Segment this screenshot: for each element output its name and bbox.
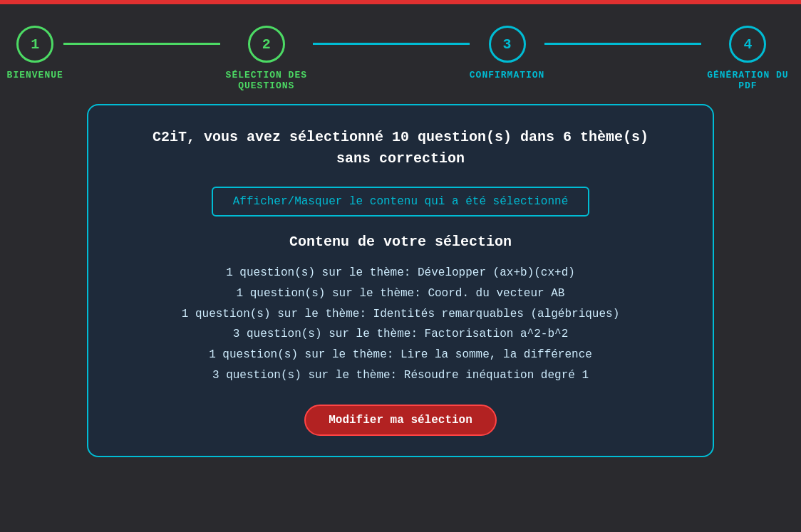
- step-1-circle: 1: [16, 26, 53, 63]
- card-title: C2iT, vous avez sélectionné 10 question(…: [117, 127, 684, 169]
- toggle-content-button[interactable]: Afficher/Masquer le contenu qui a été sé…: [212, 187, 589, 217]
- step-2-label: SÉLECTION DES QUESTIONS: [220, 70, 313, 91]
- list-item: 1 question(s) sur le thème: Développer (…: [117, 263, 684, 283]
- step-3-label: CONFIRMATION: [470, 70, 545, 80]
- list-item: 3 question(s) sur le thème: Résoudre iné…: [117, 365, 684, 386]
- step-1-label: BIENVENUE: [7, 70, 63, 80]
- list-item: 1 question(s) sur le thème: Lire la somm…: [117, 345, 684, 365]
- step-1: 1 BIENVENUE: [7, 26, 63, 80]
- confirmation-card: C2iT, vous avez sélectionné 10 question(…: [87, 104, 714, 457]
- content-heading: Contenu de votre sélection: [117, 234, 684, 250]
- step-2: 2 SÉLECTION DES QUESTIONS: [220, 26, 313, 91]
- card-title-line1: C2iT, vous avez sélectionné 10 question(…: [153, 129, 648, 145]
- step-2-circle: 2: [248, 26, 285, 63]
- step-4-label: GÉNÉRATION DU PDF: [701, 70, 794, 91]
- stepper: 1 BIENVENUE 2 SÉLECTION DES QUESTIONS 3 …: [0, 0, 801, 91]
- step-3-number: 3: [503, 36, 512, 53]
- connector-2: [313, 43, 470, 45]
- step-2-number: 2: [262, 36, 271, 53]
- step-3-circle: 3: [489, 26, 526, 63]
- connector-3: [544, 43, 701, 45]
- list-item: 3 question(s) sur le thème: Factorisatio…: [117, 324, 684, 345]
- card-title-line2: sans correction: [336, 150, 465, 167]
- content-list: 1 question(s) sur le thème: Développer (…: [117, 263, 684, 386]
- step-4-number: 4: [743, 36, 752, 53]
- connector-1: [63, 43, 220, 45]
- step-1-number: 1: [31, 36, 39, 53]
- step-4: 4 GÉNÉRATION DU PDF: [701, 26, 794, 91]
- modify-selection-button[interactable]: Modifier ma sélection: [304, 405, 497, 436]
- step-3: 3 CONFIRMATION: [470, 26, 545, 80]
- list-item: 1 question(s) sur le thème: Coord. du ve…: [117, 283, 684, 304]
- list-item: 1 question(s) sur le thème: Identités re…: [117, 304, 684, 325]
- step-4-circle: 4: [729, 26, 766, 63]
